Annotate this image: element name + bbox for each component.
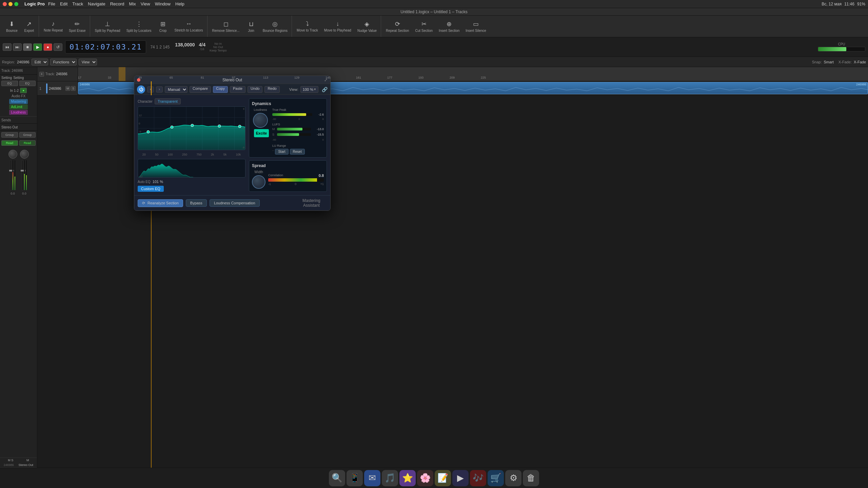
view-select[interactable]: View (79, 59, 97, 65)
play-button[interactable]: ▶ (33, 43, 42, 51)
menu-view[interactable]: View (141, 1, 150, 6)
fader-1[interactable] (10, 160, 12, 190)
dock-icon-settings[interactable]: ⚙ (505, 470, 521, 486)
excite-btn[interactable]: Excite (254, 129, 269, 137)
width-knob[interactable] (252, 175, 265, 189)
character-value[interactable]: Transparent (155, 98, 181, 104)
loudness-knob[interactable] (253, 113, 268, 128)
read-btn-2[interactable]: Read (19, 140, 36, 146)
pan-knob-1[interactable] (8, 150, 17, 159)
move-track-button[interactable]: ⤵ Move to Track (294, 19, 321, 34)
remove-silence-button[interactable]: ◻ Remove Silence... (210, 19, 242, 34)
eq-btn-1[interactable]: EQ (1, 81, 18, 86)
read-btn-1[interactable]: Read (1, 140, 18, 146)
window-controls[interactable] (3, 2, 18, 6)
dock-icon-tv[interactable]: ▶ (452, 470, 469, 486)
dynamics-panel: Dynamics Loudness Excite True Peak (249, 98, 327, 158)
rewind-button[interactable]: ⏮ (3, 43, 12, 51)
menu-navigate[interactable]: Navigate (88, 1, 105, 6)
repeat-section-button[interactable]: ⟳ Repeat Section (383, 19, 412, 34)
bounce-button[interactable]: ⬇ Bounce (3, 19, 20, 34)
menu-mix[interactable]: Mix (129, 1, 136, 6)
record-button[interactable]: ● (43, 43, 52, 51)
dock-icon-notes[interactable]: 📝 (435, 470, 451, 486)
plugin-next-btn[interactable]: › (156, 86, 163, 93)
menu-file[interactable]: File (48, 1, 55, 6)
group-btn-1[interactable]: Group (1, 132, 18, 138)
maximize-button[interactable] (14, 2, 18, 6)
snap-label: Snap: (812, 60, 822, 64)
undo-btn[interactable]: Undo (248, 86, 262, 93)
split-locators-button[interactable]: ⋮ Split by Locators (124, 19, 154, 34)
fader-2[interactable] (22, 160, 23, 190)
insert-section-button[interactable]: ⊕ Insert Section (436, 19, 462, 34)
adlimit-btn[interactable]: AdLimit (9, 104, 28, 109)
compare-btn[interactable]: Compare (190, 86, 211, 93)
dock-icon-finder[interactable]: 🔍 (329, 470, 345, 486)
link-icon[interactable]: 🔗 (322, 87, 328, 92)
dock-icon-trash[interactable]: 🗑 (523, 470, 539, 486)
menu-record[interactable]: Record (110, 1, 124, 6)
crop-button[interactable]: ⊞ Crop (155, 19, 171, 34)
solo-btn[interactable]: S (71, 86, 76, 91)
menu-track[interactable]: Track (72, 1, 83, 6)
plugin-mode-select[interactable]: Manual (165, 86, 188, 93)
menu-window[interactable]: Window (155, 1, 171, 6)
spot-erase-button[interactable]: ✏ Spot Erase (66, 19, 88, 34)
paste-btn[interactable]: Paste (230, 86, 245, 93)
mute-btn[interactable]: M (65, 86, 70, 91)
cycle-button[interactable]: ↺ (54, 43, 62, 51)
split-payhead-button[interactable]: ⊥ Split by Payhead (92, 19, 123, 34)
tempo-mode-label: Keep Tempo (210, 49, 226, 52)
redo-btn[interactable]: Redo (264, 86, 279, 93)
lu-start-btn[interactable]: Start (275, 149, 288, 155)
true-peak-fill (272, 113, 306, 116)
move-playhead-button[interactable]: ↓ Move to Playhead (321, 19, 354, 34)
time-display[interactable]: 01:02:07:03.21 (65, 40, 146, 54)
copy-btn[interactable]: Copy (213, 86, 228, 93)
lufs-s-fill (277, 133, 299, 136)
plugin-prev-btn[interactable]: ‹ (147, 86, 154, 93)
dock-icon-star[interactable]: ⭐ (399, 470, 416, 486)
plugin-power-btn[interactable]: ⏻ (137, 85, 145, 94)
lufs-s-bar (277, 133, 311, 136)
lu-reset-btn[interactable]: Reset (290, 149, 305, 155)
minimize-button[interactable] (8, 2, 13, 6)
dock-icon-music-alt[interactable]: 🎵 (382, 470, 398, 486)
custom-eq-btn[interactable]: Custom EQ (138, 186, 164, 192)
view-percent[interactable]: 100 % ▾ (300, 86, 318, 93)
bypass-btn[interactable]: Bypass (186, 199, 207, 207)
functions-select[interactable]: Functions (50, 59, 77, 65)
edit-mode-select[interactable]: Edit (32, 59, 48, 65)
add-track-button[interactable]: + (39, 72, 44, 77)
dock-icon-music[interactable]: 🎶 (470, 470, 486, 486)
mastering-btn[interactable]: Mastering (9, 99, 28, 104)
cut-section-button[interactable]: ✂ Cut Section (412, 19, 435, 34)
menu-help[interactable]: Help (175, 1, 184, 6)
group-btn-2[interactable]: Group (19, 132, 36, 138)
in-active-btn[interactable]: ● (20, 88, 27, 93)
dock-icon-photos[interactable]: 🌸 (417, 470, 433, 486)
close-button[interactable] (3, 2, 7, 6)
dock-icon-appstore[interactable]: 🛒 (488, 470, 504, 486)
export-button[interactable]: ↗ Export (21, 19, 37, 34)
loudness-btn[interactable]: Loudness (9, 110, 28, 115)
stretch-locators-button[interactable]: ↔ Stretch to Locators (172, 19, 206, 34)
fast-forward-button[interactable]: ⏭ (13, 43, 22, 51)
eq-btn-2[interactable]: EQ (19, 81, 36, 86)
insert-silence-button[interactable]: ▭ Insert Silence (463, 19, 489, 34)
join-button[interactable]: ⊔ Join (243, 19, 259, 34)
time-sig-value[interactable]: 4/4 (199, 42, 205, 47)
pan-knob-2[interactable] (20, 150, 29, 159)
reanalyze-btn[interactable]: ⟳ Reanalyze Section (138, 199, 183, 207)
stop-button[interactable]: ■ (23, 43, 32, 51)
bounce-regions-button[interactable]: ◎ Bounce Regions (260, 19, 290, 34)
note-repeat-button[interactable]: ♪ Note Repeat (41, 19, 65, 34)
join-label: Join (248, 29, 254, 33)
dock-icon-launchpad[interactable]: 📱 (347, 470, 363, 486)
nudge-value-button[interactable]: ◈ Nudge Value (355, 19, 379, 34)
menu-edit[interactable]: Edit (60, 1, 67, 6)
tempo-value[interactable]: 138,0000 (175, 42, 195, 47)
dock-icon-mail[interactable]: ✉ (364, 470, 380, 486)
loudness-comp-btn[interactable]: Loudness Compensation (210, 199, 260, 207)
